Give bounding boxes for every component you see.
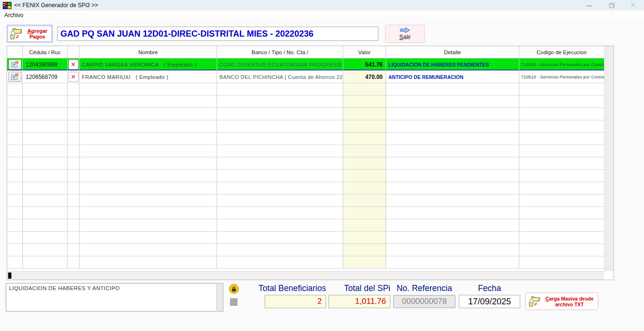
banco-cell [217,170,343,182]
delete-row-button[interactable]: ✕ [69,72,79,82]
banco-cell [217,219,343,231]
valor-cell [343,207,386,219]
codigo-cell [519,170,604,182]
edit-row-button[interactable] [9,59,21,69]
edit-cell [7,232,23,243]
valor-cell: 470.00 [343,71,386,83]
descripcion-textarea[interactable]: LIQUIDACION DE HABERES Y ANTICIPO [6,283,223,311]
delete-row-button[interactable]: ✕ [69,59,79,69]
valor-cell [343,108,386,120]
codigo-cell: 710510 - Servicios Personales por Contra… [519,58,604,70]
title-bar: << FENIX Generador de SPi3 >> — ✕ [0,0,644,10]
delete-cell [68,219,79,231]
valor-cell [343,232,386,243]
lock-button[interactable] [229,284,239,294]
descripcion-box: LIQUIDACION DE HABERES Y ANTICIPO [6,283,223,312]
banco-cell: COAC JUVENTUD ECUATORIANA PROGRESISTA LT… [217,58,343,70]
column-header-cedula[interactable]: Cédula / Ruc [23,46,68,58]
cedula-cell [23,120,68,132]
edit-row-button[interactable] [9,72,21,82]
cedula-cell: 1206568709 [23,71,68,83]
detalle-cell [386,108,519,120]
nombre-cell [79,83,217,95]
edit-cell [7,182,23,194]
cedula-cell [23,170,68,182]
valor-cell [343,195,386,206]
total-spi-label: Total del SPi [306,283,390,294]
payments-grid: Cédula / Ruc Nombre Banco / Tipo / No. C… [7,46,614,280]
table-row-empty [7,83,604,96]
minimize-button[interactable]: — [578,0,600,10]
delete-cell [68,182,79,194]
delete-cell [68,133,79,145]
carga-masiva-button[interactable]: Carga Masiva desdearchivo TXT [525,292,598,310]
codigo-cell: 710510 - Servicios Personales por Contra… [519,71,604,83]
banco-cell [217,96,343,107]
valor-cell [343,145,386,157]
detalle-cell [386,219,519,231]
detalle-cell [386,182,519,194]
nombre-cell [79,170,217,182]
descripcion-scrollbar[interactable] [216,284,222,311]
edit-cell [7,83,23,95]
column-header-detalle[interactable]: Detalle [386,46,519,58]
cedula-cell [23,256,68,268]
codigo-cell [519,232,604,243]
edit-cell [7,145,23,157]
delete-cell [68,83,79,95]
detalle-cell [386,157,519,169]
app-window: << FENIX Generador de SPi3 >> — ✕ Archiv… [0,0,644,331]
delete-cell [68,145,79,157]
table-row-empty [7,182,604,195]
agregar-pagos-button[interactable]: AgregarPagos [7,25,53,43]
column-header-banco[interactable]: Banco / Tipo / No. Cta / [217,46,343,58]
restore-icon [609,4,614,8]
cedula-cell [23,157,68,169]
batch-title-input[interactable] [57,27,378,41]
agregar-pagos-label: AgregarPagos [23,28,51,39]
delete-cell [68,170,79,182]
scrollbar-thumb[interactable] [8,273,11,279]
nombre-cell [79,219,217,231]
nombre-cell [79,195,217,206]
valor-cell [343,219,386,231]
nombre-cell [79,96,217,107]
nombre-cell [79,244,217,256]
close-button[interactable]: ✕ [622,0,644,10]
codigo-cell [519,83,604,95]
table-row[interactable]: 1204160988✕CARPIO VARGAS VERONICA ( Empl… [7,58,604,71]
nombre-cell [79,157,217,169]
fecha-value[interactable]: 17/09/2025 [459,295,520,308]
salir-button[interactable]: Salir [385,25,425,43]
codigo-cell [519,133,604,145]
column-header-nombre[interactable]: Nombre [79,46,217,58]
delete-cell: ✕ [68,58,79,70]
delete-cell: ✕ [68,71,79,83]
nombre-cell [79,256,217,268]
maximize-button[interactable] [600,0,622,10]
table-row-empty [7,207,604,219]
status-square [230,298,238,306]
delete-cell [68,244,79,256]
codigo-cell [519,120,604,132]
column-header-codigo[interactable]: Codigo de Ejecucion [519,46,604,58]
delete-cell [68,120,79,132]
cedula-cell [23,108,68,120]
delete-cell [68,157,79,169]
table-row-empty [7,244,604,256]
grid-horizontal-scrollbar[interactable] [7,271,604,280]
column-header-valor[interactable]: Valor [343,46,386,58]
cedula-cell [23,145,68,157]
column-header-delete [68,46,79,58]
table-row[interactable]: 1206568709✕FRANCO MARIUXI ( Empleado )BA… [7,71,604,83]
valor-cell [343,256,386,268]
edit-icon [11,73,19,80]
delete-cell [68,232,79,243]
detalle-cell [386,145,519,157]
valor-cell [343,244,386,256]
grid-vertical-scrollbar[interactable] [604,46,614,271]
menu-item-archivo[interactable]: Archivo [0,10,28,20]
banco-cell [217,108,343,120]
nombre-cell [79,207,217,219]
column-header-edit [7,46,23,58]
